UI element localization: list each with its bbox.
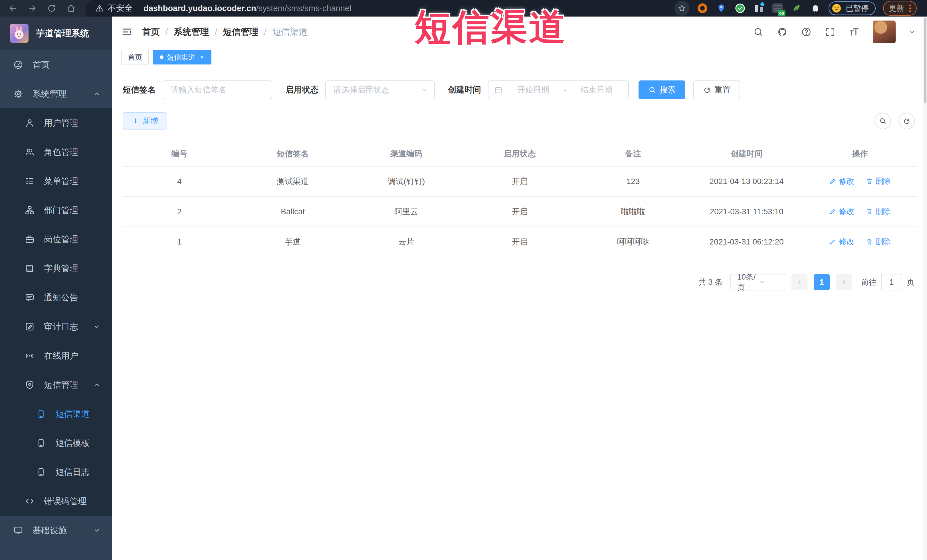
extension-donut-icon[interactable] bbox=[697, 3, 708, 14]
search-form: 短信签名 启用状态 请选择启用状态 创建时间 开始日期 - bbox=[123, 80, 917, 99]
sidebar-item-label: 系统管理 bbox=[32, 88, 67, 100]
page-size-value: 10条/页 bbox=[737, 272, 759, 292]
add-button-label: 新增 bbox=[143, 116, 158, 126]
col-code: 渠道编码 bbox=[350, 142, 463, 166]
sidebar-item-sms-channel[interactable]: 短信渠道 bbox=[0, 399, 112, 428]
sidebar-item-sms-template[interactable]: 短信模板 bbox=[0, 428, 112, 458]
page-number-1[interactable]: 1 bbox=[814, 274, 830, 290]
page-size-select[interactable]: 10条/页 bbox=[730, 274, 785, 290]
start-date-placeholder[interactable]: 开始日期 bbox=[507, 85, 559, 95]
extension-pin-icon[interactable] bbox=[716, 3, 727, 14]
status-label: 启用状态 bbox=[285, 84, 318, 96]
sidebar-item-sms-log[interactable]: 短信日志 bbox=[0, 458, 112, 487]
add-button[interactable]: 新增 bbox=[123, 112, 167, 129]
reset-button[interactable]: 重置 bbox=[693, 80, 740, 99]
sidebar-item-users[interactable]: 用户管理 bbox=[0, 108, 112, 138]
code-icon bbox=[24, 496, 35, 506]
sidebar-item-dictionary[interactable]: 字典管理 bbox=[0, 254, 112, 283]
security-status[interactable]: 不安全 bbox=[95, 3, 133, 14]
tab-sms-channel[interactable]: 短信渠道 bbox=[153, 50, 211, 64]
caret-down-icon[interactable] bbox=[909, 29, 916, 35]
help-icon[interactable] bbox=[801, 27, 812, 37]
prev-page-button[interactable] bbox=[792, 274, 807, 290]
users-icon bbox=[24, 147, 35, 157]
extension-leaf-icon[interactable] bbox=[791, 3, 802, 14]
extension-columns-icon[interactable] bbox=[753, 3, 764, 14]
search-button[interactable]: 搜索 bbox=[638, 80, 685, 99]
address-bar[interactable]: 不安全 dashboard.yudao.iocoder.cn/system/sm… bbox=[86, 0, 927, 17]
status-select[interactable]: 请选择启用状态 bbox=[325, 80, 435, 99]
edit-link[interactable]: 修改 bbox=[829, 176, 854, 186]
sidebar-item-roles[interactable]: 角色管理 bbox=[0, 138, 112, 167]
col-sign: 短信签名 bbox=[236, 142, 350, 166]
github-icon[interactable] bbox=[777, 27, 788, 37]
fullscreen-icon[interactable] bbox=[825, 27, 836, 37]
avatar[interactable] bbox=[873, 21, 896, 43]
scrollbar-thumb[interactable] bbox=[924, 18, 926, 103]
breadcrumb-item[interactable]: 系统管理 bbox=[174, 26, 209, 38]
app-logo[interactable]: 芋道管理系统 bbox=[0, 17, 112, 50]
chevron-down-icon bbox=[93, 527, 100, 534]
extension-ghost-icon[interactable] bbox=[810, 3, 821, 14]
sidebar-item-menus[interactable]: 菜单管理 bbox=[0, 167, 112, 196]
sidebar-item-system[interactable]: 系统管理 bbox=[0, 79, 112, 108]
cell-actions: 修改 删除 bbox=[803, 197, 917, 227]
sidebar-item-error-codes[interactable]: 错误码管理 bbox=[0, 487, 112, 516]
delete-link[interactable]: 删除 bbox=[866, 206, 891, 217]
breadcrumb-item[interactable]: 短信管理 bbox=[223, 26, 258, 38]
sidebar-item-infrastructure[interactable]: 基础设施 bbox=[0, 516, 112, 545]
close-icon[interactable] bbox=[199, 54, 205, 60]
sidebar-item-audit-log[interactable]: 审计日志 bbox=[0, 312, 112, 341]
sidebar-item-announcements[interactable]: 通知公告 bbox=[0, 283, 112, 312]
page-content: 短信签名 启用状态 请选择启用状态 创建时间 开始日期 - bbox=[112, 67, 927, 560]
delete-link[interactable]: 删除 bbox=[866, 176, 891, 186]
goto-page-input[interactable] bbox=[881, 274, 902, 290]
forward-icon[interactable] bbox=[27, 3, 37, 13]
home-icon[interactable] bbox=[66, 3, 76, 13]
next-page-button[interactable] bbox=[836, 274, 852, 290]
reload-icon[interactable] bbox=[47, 3, 56, 13]
paused-label: 已暂停 bbox=[846, 3, 869, 14]
refresh-table-button[interactable] bbox=[898, 113, 915, 129]
rabbit-logo-icon bbox=[10, 24, 29, 43]
dashboard-icon bbox=[13, 60, 23, 70]
url-host: dashboard.yudao.iocoder.cn bbox=[143, 4, 256, 13]
sidebar-item-departments[interactable]: 部门管理 bbox=[0, 196, 112, 225]
menu-list-icon bbox=[24, 176, 35, 186]
search-icon[interactable] bbox=[753, 27, 764, 37]
phone-icon bbox=[36, 409, 46, 419]
chevron-up-icon bbox=[93, 90, 100, 97]
sidebar-item-online-users[interactable]: 在线用户 bbox=[0, 341, 112, 370]
edit-link[interactable]: 修改 bbox=[829, 206, 854, 217]
cell-actions: 修改 删除 bbox=[803, 227, 917, 257]
sign-label: 短信签名 bbox=[123, 84, 156, 96]
font-size-icon[interactable] bbox=[849, 27, 860, 37]
breadcrumb-separator: / bbox=[264, 27, 266, 37]
update-button[interactable]: 更新 bbox=[883, 1, 917, 16]
sidebar-item-home[interactable]: 首页 bbox=[0, 50, 112, 79]
more-menu-icon[interactable] bbox=[909, 5, 911, 12]
sidebar-item-posts[interactable]: 岗位管理 bbox=[0, 225, 112, 254]
end-date-placeholder[interactable]: 结束日期 bbox=[571, 85, 623, 95]
edit-link[interactable]: 修改 bbox=[829, 237, 854, 247]
bookmark-star-icon[interactable] bbox=[675, 1, 689, 16]
time-label: 创建时间 bbox=[448, 84, 481, 96]
sidebar-item-label: 错误码管理 bbox=[44, 496, 87, 507]
sign-input[interactable] bbox=[163, 80, 272, 99]
sidebar-item-label: 审计日志 bbox=[44, 321, 78, 332]
scrollbar[interactable] bbox=[923, 17, 927, 560]
date-range-picker[interactable]: 开始日期 - 结束日期 bbox=[488, 80, 629, 99]
delete-link[interactable]: 删除 bbox=[866, 237, 891, 247]
col-created: 创建时间 bbox=[690, 142, 804, 166]
breadcrumb-item[interactable]: 首页 bbox=[142, 26, 160, 38]
toggle-search-button[interactable] bbox=[874, 113, 891, 129]
cell-sign: 芋道 bbox=[236, 227, 350, 257]
extension-switch-icon[interactable]: on bbox=[772, 3, 784, 14]
sidebar: 芋道管理系统 首页 系统管理 用户管理 角色管理 bbox=[0, 17, 112, 560]
tab-home[interactable]: 首页 bbox=[121, 50, 149, 64]
paused-extension-badge[interactable]: 已暂停 bbox=[828, 2, 875, 15]
back-icon[interactable] bbox=[8, 3, 18, 13]
extension-check-icon[interactable] bbox=[734, 3, 746, 14]
sidebar-item-sms[interactable]: 短信管理 bbox=[0, 370, 112, 399]
hamburger-icon[interactable] bbox=[121, 26, 133, 38]
